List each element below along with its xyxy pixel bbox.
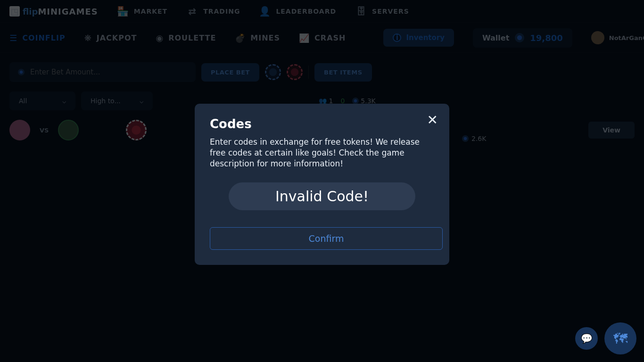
modal-description: Enter codes in exchange for free tokens!… — [210, 137, 434, 169]
chat-button[interactable]: 💬 — [575, 327, 598, 350]
codes-modal: ✕ Codes Enter codes in exchange for free… — [195, 104, 449, 265]
confirm-button[interactable]: Confirm — [210, 227, 443, 250]
code-input[interactable]: Invalid Code! — [229, 182, 415, 210]
map-pin-icon: 🗺 — [613, 330, 627, 347]
map-button[interactable]: 🗺 — [604, 322, 636, 354]
chat-icon: 💬 — [581, 333, 593, 344]
close-button[interactable]: ✕ — [427, 112, 438, 128]
modal-title: Codes — [210, 117, 434, 131]
